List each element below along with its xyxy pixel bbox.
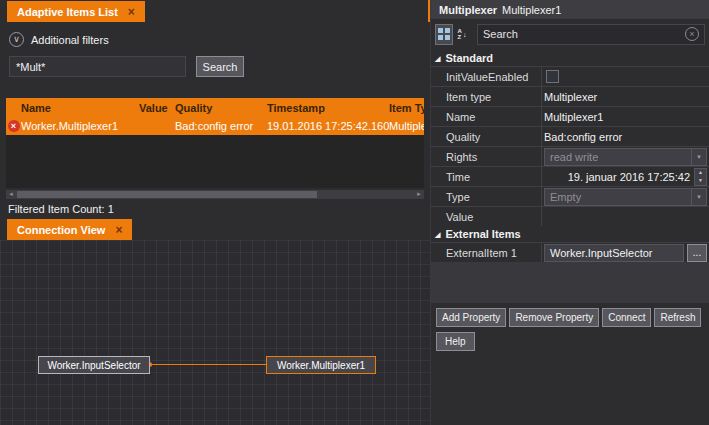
property-name: Item type <box>431 91 541 103</box>
scroll-right-icon[interactable] <box>414 190 424 199</box>
chevron-down-circle-icon <box>9 32 24 47</box>
property-row-externalitem-1: ExternalItem 1 Worker.InputSelector ... <box>431 242 709 262</box>
help-button[interactable]: Help <box>436 332 475 351</box>
connection-wire <box>150 364 266 365</box>
spin-up-icon[interactable] <box>695 169 706 177</box>
property-grid: Standard InitValueEnabled Item type Mult… <box>431 50 709 262</box>
property-grid-filler <box>431 262 709 303</box>
property-panel: Multiplexer Multiplexer1 Standard <box>430 0 709 425</box>
error-icon <box>8 120 20 132</box>
property-name: ExternalItem 1 <box>431 247 541 259</box>
category-grid-icon <box>438 28 450 40</box>
scroll-left-icon[interactable] <box>6 190 16 199</box>
property-name: Quality <box>431 131 541 143</box>
property-value-cell: read write <box>541 147 709 166</box>
column-header-value[interactable]: Value <box>139 102 175 114</box>
adaptive-items-panel: Additional filters Search Name Value Qua… <box>0 22 430 218</box>
category-external-items[interactable]: External Items <box>431 226 709 242</box>
chevron-down-icon <box>691 189 706 205</box>
sort-alphabetical-button[interactable] <box>453 24 471 45</box>
property-name: Type <box>431 191 541 203</box>
property-row-quality: Quality Bad:config error <box>431 126 709 146</box>
close-icon[interactable] <box>115 224 122 236</box>
filter-input[interactable] <box>9 56 186 77</box>
time-editor[interactable]: 19. januar 2016 17:25:42 <box>544 168 707 186</box>
properties-header: Multiplexer Multiplexer1 <box>431 0 709 19</box>
property-value: Multiplexer1 <box>541 107 709 126</box>
selected-item-name: Multiplexer1 <box>502 4 561 16</box>
externalitem-value-box[interactable]: Worker.InputSelector <box>544 244 684 262</box>
combo-value: read write <box>550 151 598 163</box>
rights-combo[interactable]: read write <box>544 148 707 166</box>
time-value: 19. januar 2016 17:25:42 <box>568 171 690 183</box>
table-header-row: Name Value Quality Timestamp Item Type <box>6 98 424 117</box>
add-property-button[interactable]: Add Property <box>436 308 506 327</box>
initvalueenabled-checkbox[interactable] <box>546 70 559 83</box>
property-name: Time <box>431 171 541 183</box>
property-row-initvalueenabled: InitValueEnabled <box>431 66 709 86</box>
category-label: Standard <box>445 52 493 64</box>
sort-az-icon <box>458 28 467 40</box>
remove-property-button[interactable]: Remove Property <box>509 308 599 327</box>
properties-search-box <box>477 24 705 45</box>
tab-label: Connection View <box>17 224 105 236</box>
items-table: Name Value Quality Timestamp Item Type W… <box>6 98 424 188</box>
horizontal-scrollbar[interactable] <box>6 190 424 199</box>
property-row-type: Type Empty <box>431 186 709 206</box>
clear-search-icon[interactable] <box>685 27 699 41</box>
properties-search-input[interactable] <box>483 28 681 40</box>
items-tab-strip: Adaptive Items List <box>0 0 430 22</box>
property-value-cell: Empty <box>541 187 709 206</box>
externalitem-browse-button[interactable]: ... <box>687 244 707 262</box>
expander-icon <box>435 231 440 238</box>
tab-adaptive-items-list[interactable]: Adaptive Items List <box>7 1 145 22</box>
property-name: Name <box>431 111 541 123</box>
additional-filters-toggle[interactable]: Additional filters <box>9 32 109 47</box>
type-combo[interactable]: Empty <box>544 188 707 206</box>
cell-item-type: Multiplexer <box>389 120 424 132</box>
cell-quality: Bad:config error <box>175 120 267 132</box>
connection-tab-strip: Connection View <box>0 218 430 240</box>
property-name: Rights <box>431 151 541 163</box>
property-row-value: Value <box>431 206 709 226</box>
column-header-quality[interactable]: Quality <box>175 102 267 114</box>
horizontal-scrollbar-thumb[interactable] <box>17 191 317 198</box>
connect-button[interactable]: Connect <box>602 308 651 327</box>
table-row[interactable]: Worker.Multiplexer1 Bad:config error 19.… <box>6 117 424 135</box>
filtered-item-count: Filtered Item Count: 1 <box>8 203 114 215</box>
property-row-time: Time 19. januar 2016 17:25:42 <box>431 166 709 186</box>
property-value-cell: Worker.InputSelector ... <box>541 243 709 262</box>
spin-down-icon[interactable] <box>695 177 706 185</box>
column-header-timestamp[interactable]: Timestamp <box>267 102 389 114</box>
column-header-item-type[interactable]: Item Type <box>389 102 424 114</box>
property-row-name: Name Multiplexer1 <box>431 106 709 126</box>
column-header-name[interactable]: Name <box>21 102 139 114</box>
properties-toolbar <box>431 21 709 47</box>
node-worker-inputselector[interactable]: Worker.InputSelector <box>38 356 150 374</box>
close-icon[interactable] <box>128 6 135 18</box>
property-value-cell <box>541 67 709 86</box>
time-spinner[interactable] <box>694 168 707 186</box>
property-row-item-type: Item type Multiplexer <box>431 86 709 106</box>
property-name: Value <box>431 211 541 223</box>
search-button[interactable]: Search <box>196 56 244 77</box>
node-worker-multiplexer1[interactable]: Worker.Multiplexer1 <box>266 356 376 374</box>
categorized-view-button[interactable] <box>435 24 453 45</box>
category-label: External Items <box>445 228 520 240</box>
cell-name: Worker.Multiplexer1 <box>21 120 139 132</box>
property-value <box>541 207 709 226</box>
property-row-rights: Rights read write <box>431 146 709 166</box>
application-window: Adaptive Items List Additional filters S… <box>0 0 709 425</box>
cell-timestamp: 19.01.2016 17:25:42.160 <box>267 120 389 132</box>
connection-canvas[interactable]: Worker.InputSelector Worker.Multiplexer1 <box>0 240 430 425</box>
left-area: Adaptive Items List Additional filters S… <box>0 0 430 425</box>
action-buttons: Add Property Remove Property Connect Ref… <box>436 308 701 327</box>
property-value-cell: 19. januar 2016 17:25:42 <box>541 167 709 186</box>
chevron-down-icon <box>691 149 706 165</box>
tab-label: Adaptive Items List <box>17 6 118 18</box>
refresh-button[interactable]: Refresh <box>654 308 701 327</box>
additional-filters-label: Additional filters <box>31 34 109 46</box>
expander-icon <box>435 55 440 62</box>
category-standard[interactable]: Standard <box>431 50 709 66</box>
tab-connection-view[interactable]: Connection View <box>7 219 132 240</box>
